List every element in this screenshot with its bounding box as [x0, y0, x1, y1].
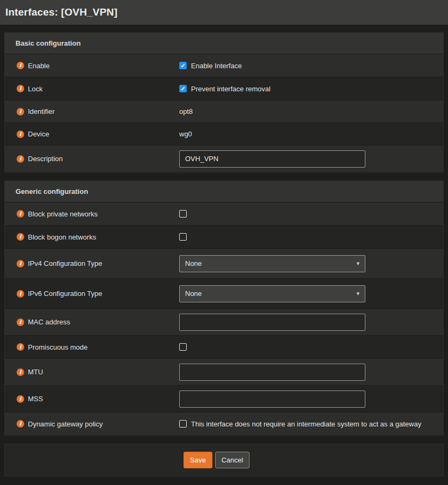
form-row-mss: i MSS	[5, 386, 443, 412]
field-label: Lock	[28, 85, 42, 93]
field-label: Block bogon networks	[28, 233, 96, 241]
form-row-ipv4-type: i IPv4 Configuration Type None ▾	[5, 249, 443, 279]
info-icon[interactable]: i	[17, 85, 24, 92]
form-row-block-bogon: i Block bogon networks	[5, 226, 443, 249]
block-private-networks-checkbox[interactable]	[179, 210, 187, 218]
section-title-generic: Generic configuration	[5, 181, 443, 202]
field-label: Identifier	[28, 107, 55, 115]
info-icon[interactable]: i	[17, 343, 24, 351]
block-bogon-networks-checkbox[interactable]	[179, 233, 187, 241]
info-icon[interactable]: i	[17, 290, 24, 298]
page-title: Interfaces: [OVH_VPN]	[5, 6, 117, 18]
info-icon[interactable]: i	[17, 210, 24, 218]
form-row-promiscuous: i Promiscuous mode	[5, 336, 443, 359]
form-row-device: i Device wg0	[5, 123, 443, 146]
actions-panel: Save Cancel	[4, 444, 444, 476]
description-input[interactable]	[179, 150, 365, 168]
info-icon[interactable]: i	[17, 420, 24, 428]
mtu-input[interactable]	[179, 364, 365, 381]
save-button[interactable]: Save	[183, 452, 212, 468]
page-header: Interfaces: [OVH_VPN]	[0, 0, 448, 25]
form-row-dynamic-gateway: i Dynamic gateway policy This interface …	[5, 412, 443, 436]
enable-checkbox[interactable]	[179, 62, 187, 69]
checkbox-label: This interface does not require an inter…	[191, 420, 421, 428]
form-row-ipv6-type: i IPv6 Configuration Type None ▾	[5, 279, 443, 309]
chevron-down-icon: ▾	[356, 291, 359, 296]
info-icon[interactable]: i	[17, 62, 24, 69]
promiscuous-mode-checkbox[interactable]	[179, 343, 187, 351]
device-value: wg0	[179, 130, 192, 138]
field-label: Dynamic gateway policy	[28, 420, 102, 428]
field-label: IPv4 Configuration Type	[28, 259, 102, 267]
info-icon[interactable]: i	[17, 108, 24, 115]
info-icon[interactable]: i	[17, 368, 24, 376]
field-label: MTU	[28, 368, 43, 376]
form-row-identifier: i Identifier opt8	[5, 100, 443, 123]
chevron-down-icon: ▾	[356, 260, 359, 266]
field-label: MAC address	[28, 318, 70, 326]
form-row-mtu: i MTU	[5, 359, 443, 386]
field-label: Description	[28, 155, 63, 163]
info-icon[interactable]: i	[17, 131, 24, 138]
info-icon[interactable]: i	[17, 260, 24, 267]
section-title-basic: Basic configuration	[5, 33, 443, 54]
info-icon[interactable]: i	[17, 155, 24, 163]
form-row-lock: i Lock Prevent interface removal	[5, 77, 443, 100]
form-row-enable: i Enable Enable Interface	[5, 54, 443, 77]
mss-input[interactable]	[179, 390, 365, 408]
form-row-description: i Description	[5, 146, 443, 172]
form-row-block-private: i Block private networks	[5, 202, 443, 226]
cancel-button[interactable]: Cancel	[215, 452, 249, 468]
form-row-mac-address: i MAC address	[5, 309, 443, 336]
info-icon[interactable]: i	[17, 318, 24, 326]
basic-configuration-panel: Basic configuration i Enable Enable Inte…	[4, 32, 444, 173]
dynamic-gateway-policy-checkbox[interactable]	[179, 420, 187, 428]
field-label: Device	[28, 130, 49, 138]
lock-checkbox[interactable]	[179, 85, 187, 92]
info-icon[interactable]: i	[17, 395, 24, 403]
select-value: None	[185, 259, 202, 267]
mac-address-input[interactable]	[179, 314, 365, 331]
select-value: None	[185, 289, 202, 298]
checkbox-label: Prevent interface removal	[191, 85, 270, 93]
checkbox-label: Enable Interface	[191, 62, 242, 70]
info-icon[interactable]: i	[17, 233, 24, 241]
field-label: Enable	[28, 62, 49, 70]
ipv4-configuration-type-select[interactable]: None ▾	[179, 255, 365, 272]
ipv6-configuration-type-select[interactable]: None ▾	[179, 285, 365, 302]
generic-configuration-panel: Generic configuration i Block private ne…	[4, 180, 444, 436]
identifier-value: opt8	[179, 107, 193, 115]
field-label: Promiscuous mode	[28, 343, 87, 351]
field-label: IPv6 Configuration Type	[28, 289, 102, 298]
field-label: Block private networks	[28, 210, 98, 218]
field-label: MSS	[28, 395, 43, 403]
